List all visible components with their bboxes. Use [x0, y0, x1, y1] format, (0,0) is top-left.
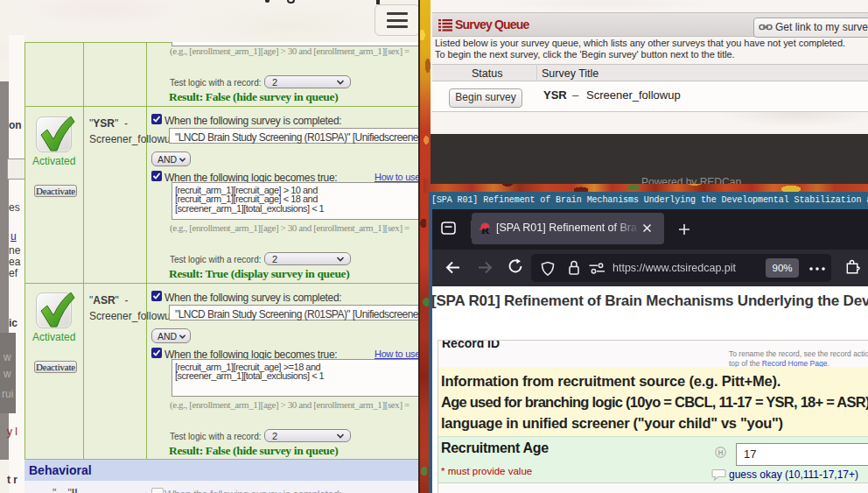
- svg-text:H: H: [718, 448, 723, 457]
